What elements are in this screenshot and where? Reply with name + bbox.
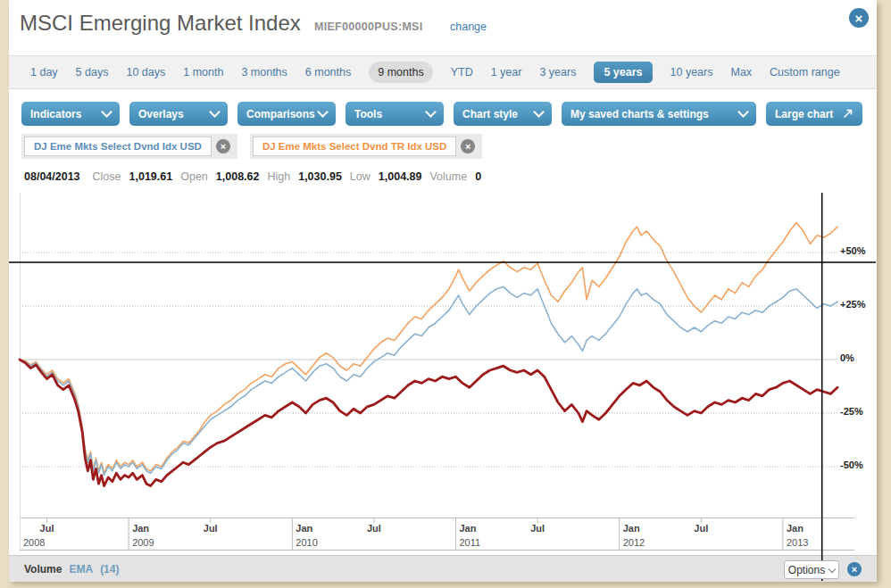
range-tab-3-years[interactable]: 3 years [539,66,576,79]
y-axis-label: +25% [840,299,880,310]
range-tab-10-years[interactable]: 10 years [670,66,713,79]
chevron-down-icon [209,106,221,118]
range-tab-1-day[interactable]: 1 day [30,66,58,79]
diagonal-arrow-icon [842,108,854,120]
y-axis-label: +50% [840,245,880,256]
chevron-down-icon [101,106,112,118]
page-title: MSCI Emerging Market Index [20,11,301,36]
toolbar-button-overlays[interactable]: Overlays [129,102,228,126]
ticker-symbol: MIEF00000PUS:MSI [314,21,423,33]
y-axis-label: -25% [840,406,880,417]
range-tab-9-months[interactable]: 9 months [369,62,432,83]
y-axis-label: -50% [840,460,880,470]
quote-field-label: Open [180,170,208,183]
comparison-tags: DJ Eme Mkts Select Dvnd Idx USD×DJ Eme M… [21,134,482,159]
comparison-tag-label: DJ Eme Mkts Select Dvnd Idx USD [24,137,212,156]
toolbar-button-large-chart[interactable]: Large chart [766,102,862,126]
toolbar-button-indicators[interactable]: Indicators [21,102,120,126]
close-volume-icon[interactable]: × [847,562,862,576]
toolbar-button-my-saved-charts-settings[interactable]: My saved charts & settings [562,102,756,126]
chevron-down-icon [317,106,329,118]
chevron-down-icon [829,565,836,572]
quote-field-label: High [267,170,290,183]
y-axis-label: 0% [840,352,880,363]
options-button[interactable]: Options [784,560,839,579]
ema-link[interactable]: EMA [69,563,93,576]
comparison-tag: DJ Eme Mkts Select Dvnd Idx USD× [21,134,237,159]
chevron-down-icon [533,106,545,118]
range-tab-5-years[interactable]: 5 years [594,62,652,83]
options-button-label: Options [788,564,825,576]
toolbar-button-label: Comparisons [246,108,315,120]
comparison-tag-label: DJ Eme Mkts Select Dvnd TR Idx USD [253,137,456,156]
quote-row: 08/04/2013 Close1,019.61Open1,008.62High… [24,170,481,183]
range-tab-5-days[interactable]: 5 days [76,66,109,79]
range-tab-custom-range[interactable]: Custom range [770,66,840,79]
chevron-down-icon [737,106,749,118]
toolbar-button-label: Tools [354,108,382,120]
range-tab-1-year[interactable]: 1 year [491,66,522,79]
volume-label: Volume [24,563,62,576]
ema-parameter: (14) [100,563,119,576]
toolbar-button-comparisons[interactable]: Comparisons [237,102,336,126]
range-tab-1-month[interactable]: 1 month [183,66,223,79]
quote-field-value: 1,030.95 [298,170,342,183]
toolbar-button-label: Indicators [30,108,81,120]
toolbar-button-chart-style[interactable]: Chart style [454,102,552,126]
toolbar-button-label: My saved charts & settings [570,108,709,120]
toolbar-button-label: Large chart [775,108,833,120]
quote-date: 08/04/2013 [24,170,80,183]
range-tab-3-months[interactable]: 3 months [241,66,287,79]
range-tab-6-months[interactable]: 6 months [305,66,351,79]
chart-window: MSCI Emerging Market Index MIEF00000PUS:… [0,0,891,588]
quote-field-value: 0 [475,170,481,183]
remove-comparison-icon[interactable]: × [461,139,475,153]
comparison-tag: DJ Eme Mkts Select Dvnd TR Idx USD× [250,134,482,159]
toolbar-button-label: Chart style [462,108,518,120]
quote-field-value: 1,019.61 [129,170,173,183]
chart-toolbar: IndicatorsOverlaysComparisonsToolsChart … [21,102,862,126]
close-icon[interactable]: × [849,8,869,28]
change-security-link[interactable]: change [450,21,487,33]
toolbar-button-label: Overlays [138,108,184,120]
range-tab-max[interactable]: Max [730,66,752,79]
quote-field-value: 1,004.89 [379,170,422,183]
remove-comparison-icon[interactable]: × [216,139,230,153]
quote-field-label: Volume [429,170,467,183]
quote-field-label: Low [350,170,371,183]
toolbar-button-tools[interactable]: Tools [346,102,444,126]
quote-field-label: Close [93,170,121,183]
chevron-down-icon [425,106,437,118]
range-tab-ytd[interactable]: YTD [451,66,473,79]
quote-field-value: 1,008.62 [216,170,260,183]
range-tab-10-days[interactable]: 10 days [126,66,165,79]
volume-pane-bar: Volume EMA (14) [9,555,877,582]
date-range-tabs: 1 day5 days10 days1 month3 months6 month… [9,55,877,89]
